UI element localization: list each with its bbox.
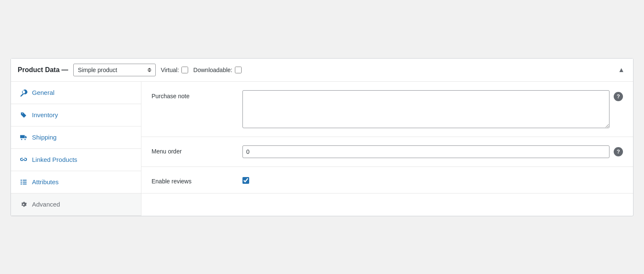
menu-order-input-wrap: ? (242, 145, 623, 158)
enable-reviews-row: Enable reviews (141, 167, 633, 193)
enable-reviews-input-wrap (242, 175, 249, 184)
sidebar-item-general[interactable]: General (11, 82, 141, 104)
sidebar-item-shipping[interactable]: Shipping (11, 126, 141, 149)
collapse-button[interactable]: ▲ (616, 64, 626, 75)
sidebar-item-inventory[interactable]: Inventory (11, 104, 141, 126)
list-icon (19, 178, 28, 186)
purchase-note-textarea[interactable] (242, 90, 609, 128)
truck-icon (19, 133, 28, 142)
link-icon (19, 156, 28, 164)
downloadable-checkbox[interactable] (235, 67, 242, 73)
panel-header: Product Data — Simple product Grouped pr… (11, 59, 633, 82)
gear-icon (19, 200, 28, 209)
menu-order-input[interactable] (242, 145, 609, 158)
tag-icon (19, 111, 28, 119)
sidebar-item-linked-products[interactable]: Linked Products (11, 149, 141, 171)
sidebar-item-linked-products-label: Linked Products (32, 156, 77, 163)
purchase-note-input-wrap: ? (242, 90, 623, 128)
sidebar-item-advanced[interactable]: Advanced (11, 193, 141, 216)
sidebar-item-advanced-label: Advanced (32, 201, 60, 208)
main-content: Purchase note ? Menu order ? Enable revi… (141, 82, 633, 216)
virtual-label: Virtual: (161, 67, 179, 73)
enable-reviews-label: Enable reviews (152, 175, 236, 185)
panel-body: General Inventory Shipping (11, 82, 633, 216)
panel-title: Product Data — (18, 66, 68, 74)
menu-order-help-icon[interactable]: ? (614, 147, 623, 156)
sidebar-item-attributes[interactable]: Attributes (11, 171, 141, 193)
downloadable-label: Downloadable: (193, 67, 232, 73)
purchase-note-help-icon[interactable]: ? (614, 92, 623, 101)
sidebar-item-general-label: General (32, 89, 54, 96)
virtual-group: Virtual: (161, 67, 188, 73)
sidebar-item-inventory-label: Inventory (32, 111, 58, 118)
enable-reviews-checkbox[interactable] (242, 177, 249, 184)
sidebar: General Inventory Shipping (11, 82, 141, 216)
menu-order-label: Menu order (152, 145, 236, 155)
purchase-note-row: Purchase note ? (141, 82, 633, 137)
collapse-icon: ▲ (618, 66, 625, 73)
product-type-select[interactable]: Simple product Grouped product External/… (73, 64, 156, 76)
product-data-panel: Product Data — Simple product Grouped pr… (11, 58, 633, 216)
purchase-note-label: Purchase note (152, 90, 236, 99)
virtual-checkbox[interactable] (181, 67, 188, 73)
sidebar-item-shipping-label: Shipping (32, 134, 56, 141)
menu-order-row: Menu order ? (141, 137, 633, 167)
wrench-icon (19, 89, 28, 97)
downloadable-group: Downloadable: (193, 67, 242, 73)
sidebar-item-attributes-label: Attributes (32, 178, 59, 185)
